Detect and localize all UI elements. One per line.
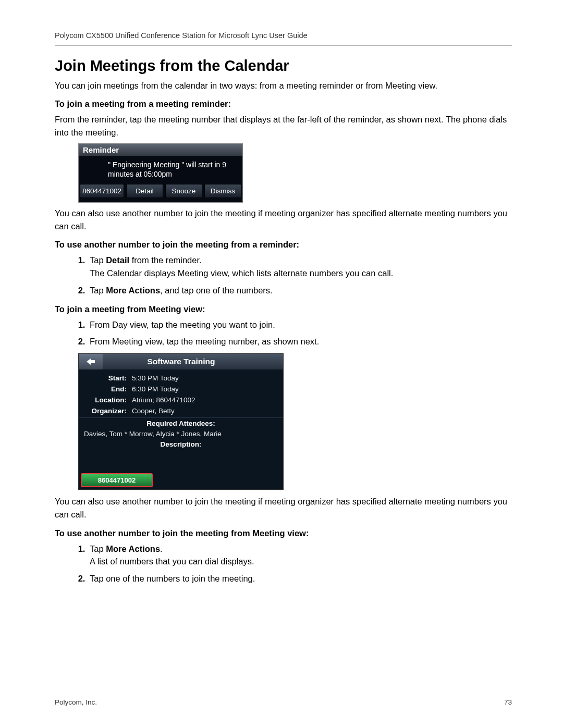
subhead-join-from-reminder: To join a meeting from a meeting reminde… <box>55 99 512 109</box>
organizer-value: Cooper, Betty <box>132 407 283 415</box>
page-footer: Polycom, Inc. 73 <box>55 698 512 706</box>
list-item: From Day view, tap the meeting you want … <box>88 318 512 331</box>
meeting-location-row: Location: Atrium; 8604471002 <box>79 394 283 405</box>
para-alternate-numbers-2: You can also use another number to join … <box>55 495 512 521</box>
description-block <box>79 450 283 470</box>
subhead-another-number-meeting-view: To use another number to join the meetin… <box>55 528 512 538</box>
meeting-end-row: End: 6:30 PM Today <box>79 384 283 394</box>
text: Tap <box>90 544 106 553</box>
start-label: Start: <box>79 374 132 382</box>
text: A list of numbers that you can dial disp… <box>90 555 512 568</box>
text: The Calendar displays Meeting view, whic… <box>90 267 512 280</box>
meeting-view-screenshot: Software Training Start: 5:30 PM Today E… <box>78 353 284 490</box>
reminder-title-bar: Reminder <box>79 144 242 156</box>
end-value: 6:30 PM Today <box>132 385 283 393</box>
location-label: Location: <box>79 396 132 404</box>
list-item: Tap More Actions, and tap one of the num… <box>88 284 512 297</box>
header-divider <box>55 45 512 46</box>
meeting-top-bar: Software Training <box>79 354 283 369</box>
list-another-number-meeting-view: Tap More Actions. A list of numbers that… <box>78 542 512 585</box>
para-from-reminder: From the reminder, tap the meeting numbe… <box>55 113 512 139</box>
back-icon[interactable] <box>79 354 103 369</box>
reminder-screenshot: Reminder " Engineering Meeting " will st… <box>78 143 243 203</box>
subhead-another-number-reminder: To use another number to join the meetin… <box>55 240 512 250</box>
meeting-organizer-row: Organizer: Cooper, Betty <box>79 405 283 416</box>
attendees-list: Davies, Tom * Morrow, Alycia * Jones, Ma… <box>79 429 283 439</box>
start-value: 5:30 PM Today <box>132 374 283 382</box>
bold-text: Detail <box>106 255 129 265</box>
location-value: Atrium; 8604471002 <box>132 396 283 404</box>
meeting-bottom-row: 8604471002 <box>79 470 283 489</box>
header-text: Polycom CX5500 Unified Conference Statio… <box>55 31 512 40</box>
meeting-start-row: Start: 5:30 PM Today <box>79 373 283 384</box>
text: from the reminder. <box>129 255 201 265</box>
description-label: Description: <box>79 439 283 450</box>
reminder-snooze-button[interactable]: Snooze <box>165 184 202 198</box>
reminder-number-button[interactable]: 8604471002 <box>80 184 124 198</box>
end-label: End: <box>79 385 132 393</box>
text: . <box>160 544 163 553</box>
text: Tap <box>90 286 106 295</box>
meeting-title: Software Training <box>103 357 259 366</box>
list-another-number-reminder: Tap Detail from the reminder. The Calend… <box>78 254 512 297</box>
text: , and tap one of the numbers. <box>160 286 273 295</box>
list-join-meeting-view: From Day view, tap the meeting you want … <box>78 318 512 349</box>
list-item: Tap one of the numbers to join the meeti… <box>88 572 512 585</box>
intro-paragraph: You can join meetings from the calendar … <box>55 80 512 92</box>
footer-company: Polycom, Inc. <box>55 698 97 706</box>
required-attendees-label: Required Attendees: <box>79 417 283 429</box>
reminder-detail-button[interactable]: Detail <box>126 184 163 198</box>
text: Tap <box>90 255 106 265</box>
bold-text: More Actions <box>106 286 160 295</box>
para-alternate-numbers-1: You can also use another number to join … <box>55 207 512 233</box>
list-item: Tap Detail from the reminder. The Calend… <box>88 254 512 280</box>
reminder-message: " Engineering Meeting " will start in 9 … <box>79 156 242 184</box>
dial-number-button[interactable]: 8604471002 <box>81 473 153 487</box>
reminder-dismiss-button[interactable]: Dismiss <box>204 184 241 198</box>
list-item: Tap More Actions. A list of numbers that… <box>88 542 512 569</box>
organizer-label: Organizer: <box>79 407 132 415</box>
reminder-button-row: 8604471002 Detail Snooze Dismiss <box>79 184 242 202</box>
page-title: Join Meetings from the Calendar <box>55 57 512 75</box>
subhead-join-from-meeting-view: To join a meeting from Meeting view: <box>55 304 512 314</box>
list-item: From Meeting view, tap the meeting numbe… <box>88 335 512 348</box>
footer-page-number: 73 <box>504 698 512 706</box>
bold-text: More Actions <box>106 544 160 553</box>
